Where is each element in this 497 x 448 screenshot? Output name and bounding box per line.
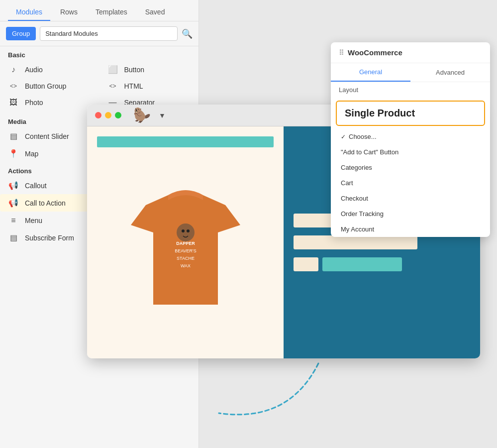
product-cart-btn: [322, 257, 402, 271]
check-icon: ✓: [341, 133, 346, 140]
tab-saved[interactable]: Saved: [137, 4, 173, 21]
module-button[interactable]: ⬜ Button: [99, 61, 199, 78]
module-photo[interactable]: 🖼 Photo: [0, 94, 99, 111]
button-group-icon: <>: [8, 83, 19, 90]
woo-header: ⠿ WooCommerce: [331, 42, 490, 63]
audio-label: Audio: [25, 66, 43, 74]
traffic-lights: [95, 112, 121, 118]
map-label: Map: [25, 150, 38, 158]
search-icon-button[interactable]: 🔍: [182, 28, 193, 39]
button-group-label: Button Group: [25, 82, 66, 90]
svg-text:BEAVER'S: BEAVER'S: [175, 248, 197, 253]
menu-icon: ≡: [8, 216, 19, 225]
menu-label: Menu: [25, 217, 42, 224]
woo-add-to-cart-label: "Add to Cart" Button: [341, 148, 398, 156]
single-product-title: Single Product: [345, 108, 415, 118]
content-slider-icon: ▤: [8, 131, 19, 141]
module-subscribe-form[interactable]: ▤ Subscribe Form: [0, 229, 99, 246]
product-qty-line: [294, 257, 318, 271]
tab-modules[interactable]: Modules: [8, 4, 50, 21]
map-icon: 📍: [8, 149, 19, 158]
module-map[interactable]: 📍 Map: [0, 145, 99, 162]
site-logo: 🦫: [133, 107, 151, 123]
woo-categories-label: Categories: [341, 164, 372, 171]
close-button[interactable]: [95, 112, 101, 118]
svg-text:DAPPER: DAPPER: [176, 241, 195, 246]
audio-icon: ♪: [8, 65, 19, 74]
woo-content: Layout Single Product ✓ Choose... "Add t…: [331, 82, 490, 237]
button-icon: ⬜: [107, 65, 118, 74]
woo-my-account-label: My Account: [341, 225, 374, 233]
call-to-action-label: Call to Action: [25, 199, 66, 207]
woo-menu-my-account[interactable]: My Account: [331, 222, 490, 237]
woo-order-tracking-label: Order Tracking: [341, 210, 384, 218]
module-call-to-action[interactable]: 📢 Call to Action: [0, 194, 99, 212]
woo-menu-cart[interactable]: Cart: [331, 175, 490, 191]
module-type-select[interactable]: Standard Modules: [40, 26, 178, 41]
photo-label: Photo: [25, 99, 43, 107]
drag-handle-icon: ⠿: [339, 49, 344, 57]
woo-menu-choose[interactable]: ✓ Choose...: [331, 129, 490, 144]
dashed-arc-decoration: [189, 358, 338, 418]
module-callout[interactable]: 📢 Callout: [0, 177, 99, 194]
basic-heading: Basic: [0, 46, 199, 61]
button-label: Button: [124, 66, 144, 74]
woocommerce-panel: ⠿ WooCommerce General Advanced Layout Si…: [331, 42, 490, 237]
product-image-panel: DAPPER BEAVER'S STACHE WAX: [87, 126, 284, 358]
svg-text:STACHE: STACHE: [177, 256, 195, 261]
woo-menu-categories[interactable]: Categories: [331, 160, 490, 175]
module-button-group[interactable]: <> Button Group: [0, 78, 99, 94]
call-to-action-icon: 📢: [8, 198, 19, 208]
callout-icon: 📢: [8, 181, 19, 190]
woo-tabs: General Advanced: [331, 63, 490, 82]
basic-section: Basic ♪ Audio ⬜ Button <> Button Group <…: [0, 46, 199, 111]
tab-rows[interactable]: Rows: [52, 4, 86, 21]
callout-label: Callout: [25, 182, 47, 190]
tab-templates[interactable]: Templates: [88, 4, 135, 21]
minimize-button[interactable]: [105, 112, 111, 118]
module-menu[interactable]: ≡ Menu: [0, 212, 99, 229]
woo-title: WooCommerce: [348, 48, 402, 57]
woo-menu-add-to-cart[interactable]: "Add to Cart" Button: [331, 144, 490, 160]
product-action-row: [294, 257, 470, 271]
product-price-line: [294, 235, 417, 249]
woo-tab-general[interactable]: General: [331, 63, 410, 82]
group-button[interactable]: Group: [6, 27, 36, 40]
woo-menu-checkout[interactable]: Checkout: [331, 191, 490, 206]
photo-icon: 🖼: [8, 98, 19, 107]
search-icon: 🔍: [182, 29, 193, 39]
woo-menu-choose-label: Choose...: [349, 133, 377, 140]
module-html[interactable]: <> HTML: [99, 78, 199, 94]
basic-modules-grid: ♪ Audio ⬜ Button <> Button Group <> HTML…: [0, 61, 199, 111]
module-content-slider[interactable]: ▤ Content Slider: [0, 127, 99, 145]
single-product-box: Single Product: [336, 101, 485, 126]
module-audio[interactable]: ♪ Audio: [0, 61, 99, 78]
woo-checkout-label: Checkout: [341, 195, 368, 202]
product-bar-decoration: [97, 136, 274, 147]
woo-menu-order-tracking[interactable]: Order Tracking: [331, 206, 490, 222]
svg-point-5: [182, 229, 185, 232]
woo-cart-label: Cart: [341, 179, 353, 187]
svg-text:WAX: WAX: [180, 263, 190, 268]
html-label: HTML: [124, 82, 143, 90]
woo-layout-label: Layout: [331, 82, 490, 98]
subscribe-icon: ▤: [8, 233, 19, 242]
subscribe-label: Subscribe Form: [25, 234, 74, 242]
svg-point-6: [187, 229, 190, 232]
woo-tab-advanced[interactable]: Advanced: [410, 63, 490, 82]
group-row: Group Standard Modules 🔍: [0, 21, 199, 46]
html-icon: <>: [107, 83, 118, 90]
svg-point-4: [177, 224, 195, 241]
content-slider-label: Content Slider: [25, 132, 69, 140]
maximize-button[interactable]: [115, 112, 121, 118]
nav-tabs: Modules Rows Templates Saved: [0, 0, 199, 21]
dropdown-arrow[interactable]: ▼: [159, 112, 166, 119]
product-shirt-image: DAPPER BEAVER'S STACHE WAX: [131, 180, 240, 320]
